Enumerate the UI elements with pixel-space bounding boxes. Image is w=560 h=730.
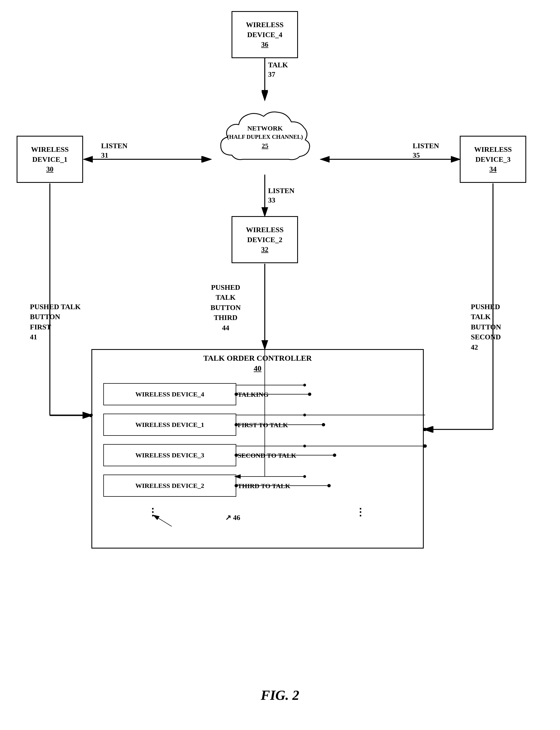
pushed-second-text2: TALK bbox=[471, 312, 501, 322]
talk-label: TALK 37 bbox=[268, 60, 288, 79]
pushed-second-text: PUSHED bbox=[471, 302, 501, 312]
pushed-third-label: PUSHED TALK BUTTON THIRD 44 bbox=[210, 282, 241, 333]
device4-ref: 36 bbox=[261, 40, 268, 49]
network-cloud: NETWORK (HALF DUPLEX CHANNEL) 25 bbox=[210, 100, 320, 174]
wireless-device-2: WIRELESS DEVICE_2 32 bbox=[232, 216, 298, 263]
toc-ref: 40 bbox=[92, 364, 423, 373]
wireless-device-4: WIRELESS DEVICE_4 36 bbox=[232, 11, 298, 58]
device1-label: WIRELESS DEVICE_1 bbox=[31, 145, 69, 165]
svg-point-48 bbox=[423, 428, 427, 431]
pushed-second-text4: SECOND bbox=[471, 332, 501, 342]
pushed-first-ref: 41 bbox=[30, 332, 81, 342]
pushed-first-text2: BUTTON bbox=[30, 312, 81, 322]
pushed-first-label: PUSHED TALK BUTTON FIRST 41 bbox=[30, 302, 81, 342]
talk-order-controller: TALK ORDER CONTROLLER 40 WIRELESS DEVICE… bbox=[91, 349, 424, 549]
talk-ref: 37 bbox=[268, 70, 288, 79]
listen35-text: LISTEN bbox=[413, 141, 439, 151]
toc-row-device2: WIRELESS DEVICE_2 bbox=[103, 475, 236, 497]
pushed-second-ref: 42 bbox=[471, 342, 501, 352]
device3-ref: 34 bbox=[489, 164, 497, 174]
listen31-label: LISTEN 31 bbox=[101, 141, 127, 160]
toc-row-device3: WIRELESS DEVICE_3 bbox=[103, 444, 236, 466]
listen31-ref: 31 bbox=[101, 151, 127, 160]
device2-ref: 32 bbox=[261, 245, 268, 254]
svg-point-58 bbox=[423, 445, 427, 448]
pushed-third-text: PUSHED bbox=[210, 282, 241, 292]
fig-caption: FIG. 2 bbox=[0, 687, 560, 708]
wireless-device-3: WIRELESS DEVICE_3 34 bbox=[460, 136, 526, 183]
listen31-text: LISTEN bbox=[101, 141, 127, 151]
listen35-label: LISTEN 35 bbox=[413, 141, 439, 160]
pushed-first-text: PUSHED TALK bbox=[30, 302, 81, 312]
toc-device2-label: WIRELESS DEVICE_2 bbox=[135, 482, 204, 490]
pushed-first-text3: FIRST bbox=[30, 322, 81, 332]
svg-point-33 bbox=[333, 454, 336, 457]
device2-label: WIRELESS DEVICE_2 bbox=[246, 225, 284, 245]
toc-device1-label: WIRELESS DEVICE_1 bbox=[135, 421, 204, 429]
talk-text: TALK bbox=[268, 60, 288, 70]
toc-device4-label: WIRELESS DEVICE_4 bbox=[135, 391, 204, 398]
wireless-device-1: WIRELESS DEVICE_1 30 bbox=[17, 136, 83, 183]
toc-title: TALK ORDER CONTROLLER bbox=[92, 350, 423, 364]
network-label: NETWORK (HALF DUPLEX CHANNEL) 25 bbox=[227, 124, 303, 151]
pushed-third-text4: THIRD bbox=[210, 313, 241, 323]
toc-third-talk-label: THIRD TO TALK bbox=[238, 482, 290, 490]
diagram: WIRELESS DEVICE_4 36 WIRELESS DEVICE_1 3… bbox=[0, 0, 560, 730]
toc-talking-label: TALKING bbox=[238, 391, 269, 399]
svg-point-30 bbox=[322, 423, 325, 427]
listen33-label: LISTEN 33 bbox=[268, 186, 294, 205]
svg-point-36 bbox=[327, 484, 331, 487]
svg-point-27 bbox=[308, 393, 311, 396]
listen35-ref: 35 bbox=[413, 151, 439, 160]
toc-row-device1: WIRELESS DEVICE_1 bbox=[103, 414, 236, 436]
device4-label: WIRELESS DEVICE_4 bbox=[246, 20, 284, 40]
listen33-ref: 33 bbox=[268, 196, 294, 205]
device3-label: WIRELESS DEVICE_3 bbox=[474, 145, 512, 165]
listen33-text: LISTEN bbox=[268, 186, 294, 196]
ref46-label: ↗ 46 bbox=[225, 513, 240, 522]
toc-device3-label: WIRELESS DEVICE_3 bbox=[135, 452, 204, 459]
network-ref: 25 bbox=[227, 141, 303, 151]
network-title: NETWORK bbox=[227, 124, 303, 133]
fig-caption-text: FIG. 2 bbox=[261, 687, 299, 703]
pushed-second-label: PUSHED TALK BUTTON SECOND 42 bbox=[471, 302, 501, 352]
device1-ref: 30 bbox=[46, 164, 53, 174]
pushed-third-text3: BUTTON bbox=[210, 303, 241, 313]
pushed-third-text2: TALK bbox=[210, 292, 241, 302]
pushed-third-ref: 44 bbox=[210, 323, 241, 333]
network-subtitle: (HALF DUPLEX CHANNEL) bbox=[227, 133, 303, 141]
toc-first-talk-label: FIRST TO TALK bbox=[238, 422, 288, 429]
toc-row-device4: WIRELESS DEVICE_4 bbox=[103, 383, 236, 405]
toc-dots-right: ⋮ bbox=[355, 507, 368, 518]
pushed-second-text3: BUTTON bbox=[471, 322, 501, 332]
toc-second-talk-label: SECOND TO TALK bbox=[238, 452, 296, 459]
toc-dots-left: ⋮ bbox=[148, 507, 160, 518]
